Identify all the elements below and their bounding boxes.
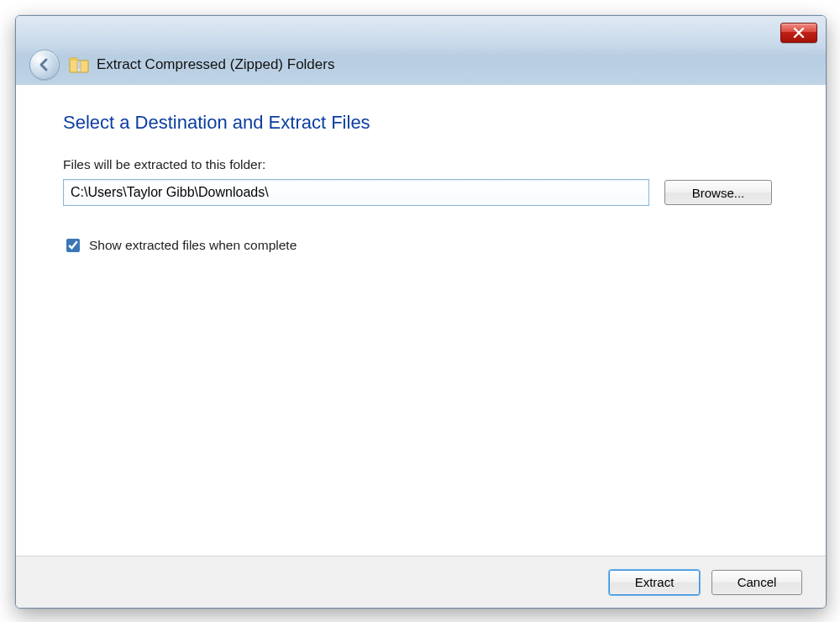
close-icon bbox=[793, 28, 805, 38]
cancel-button[interactable]: Cancel bbox=[711, 570, 802, 595]
extract-button[interactable]: Extract bbox=[609, 570, 700, 595]
back-arrow-icon bbox=[37, 57, 52, 72]
dialog-footer: Extract Cancel bbox=[16, 556, 826, 608]
back-button[interactable] bbox=[29, 50, 60, 80]
folder-zip-icon bbox=[68, 53, 90, 75]
destination-row: Browse... bbox=[63, 179, 779, 206]
page-heading: Select a Destination and Extract Files bbox=[63, 112, 779, 134]
dialog-title: Extract Compressed (Zipped) Folders bbox=[97, 56, 334, 73]
titlebar: Extract Compressed (Zipped) Folders bbox=[16, 16, 826, 86]
dialog-content: Select a Destination and Extract Files F… bbox=[16, 85, 826, 556]
dialog-window: Extract Compressed (Zipped) Folders Sele… bbox=[15, 15, 827, 609]
show-files-checkbox-row[interactable]: Show extracted files when complete bbox=[63, 236, 779, 255]
show-files-checkbox-label: Show extracted files when complete bbox=[89, 238, 297, 253]
destination-label: Files will be extracted to this folder: bbox=[63, 157, 779, 172]
show-files-checkbox[interactable] bbox=[66, 239, 80, 252]
browse-button[interactable]: Browse... bbox=[664, 180, 772, 205]
close-button[interactable] bbox=[780, 23, 817, 43]
destination-path-input[interactable] bbox=[63, 179, 649, 206]
